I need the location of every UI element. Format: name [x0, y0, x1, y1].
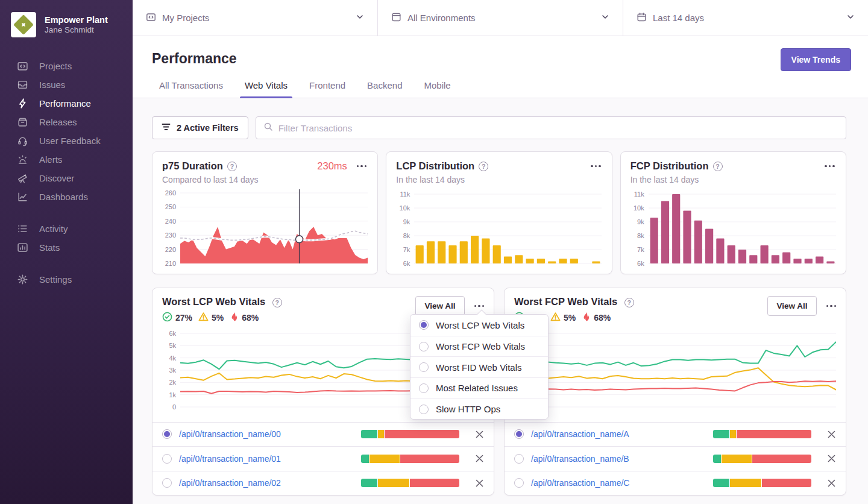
tab-all-transactions[interactable]: All Transactions [158, 80, 224, 98]
sidebar-item-alerts[interactable]: Alerts [0, 150, 133, 169]
poor-percent: 68% [594, 313, 611, 323]
vitals-segment-bar [361, 430, 459, 438]
transaction-row: /api/0/transaction_name/A [505, 422, 846, 447]
flame-icon [230, 312, 239, 324]
view-all-button[interactable]: View All [767, 296, 816, 316]
date-range-select[interactable]: Last 14 days [623, 0, 868, 36]
overflow-menu-icon[interactable] [590, 163, 602, 170]
transaction-radio[interactable] [162, 454, 172, 464]
stats-icon [17, 242, 28, 253]
environment-filter-select[interactable]: All Environments [378, 0, 623, 36]
close-icon[interactable] [827, 454, 836, 463]
close-icon[interactable] [827, 479, 836, 488]
dropdown-item-label: Worst LCP Web Vitals [436, 320, 524, 330]
sidebar-item-activity[interactable]: Activity [0, 219, 133, 238]
help-icon[interactable]: ? [624, 298, 634, 307]
card-subtitle: In the last 14 days [396, 175, 602, 184]
close-icon[interactable] [475, 454, 484, 463]
tab-frontend[interactable]: Frontend [308, 80, 347, 98]
fcp-distribution-card: FCP Distribution ? In the last 14 days 1… [620, 151, 846, 274]
transaction-radio[interactable] [162, 429, 172, 439]
tab-mobile[interactable]: Mobile [423, 80, 451, 98]
transaction-link[interactable]: /api/0/transaction_name/01 [179, 454, 281, 464]
vitals-segment-bar [361, 479, 459, 487]
vitals-segment-bar [713, 430, 811, 438]
transaction-list: /api/0/transaction_name/A /api/0/transac… [505, 422, 846, 496]
dropdown-item-most-related-issues[interactable]: Most Related Issues [410, 377, 548, 398]
settings-icon [17, 274, 28, 285]
help-icon[interactable]: ? [713, 162, 723, 171]
sidebar-item-performance[interactable]: Performance [0, 94, 133, 113]
active-filters-button[interactable]: 2 Active Filters [152, 116, 248, 139]
meh-percent: 5% [212, 313, 224, 323]
user-feedback-icon [17, 135, 28, 146]
projects-icon [17, 60, 28, 72]
transaction-row: /api/0/transaction_name/02 [153, 471, 494, 496]
tab-backend[interactable]: Backend [366, 80, 403, 98]
meh-percent: 5% [564, 313, 576, 323]
y-axis-labels: 260250240230220210 [162, 189, 180, 264]
y-axis-labels: 6k5k4k3k2k1k0 [162, 330, 180, 414]
p75-value: 230ms [317, 160, 347, 172]
org-avatar [11, 12, 36, 37]
transaction-link[interactable]: /api/0/transaction_name/B [531, 454, 629, 464]
vitals-segment-bar [361, 455, 459, 463]
transaction-row: /api/0/transaction_name/01 [153, 446, 494, 471]
project-filter-select[interactable]: My Projects [133, 0, 378, 36]
lcp-distribution-card: LCP Distribution ? In the last 14 days 1… [386, 151, 612, 274]
view-all-button[interactable]: View All [415, 296, 464, 316]
org-name: Empower Plant [45, 14, 108, 25]
page-title: Performance [152, 51, 846, 67]
warning-triangle-icon [550, 312, 561, 324]
close-icon[interactable] [475, 479, 484, 488]
sidebar-item-label: User Feedback [39, 136, 101, 146]
overflow-menu-icon[interactable] [823, 163, 836, 170]
overflow-menu-icon[interactable] [356, 163, 368, 170]
dropdown-item-worst-lcp[interactable]: Worst LCP Web Vitals [410, 315, 548, 336]
chevron-down-icon [846, 13, 855, 23]
dropdown-item-worst-fcp[interactable]: Worst FCP Web Vitals [410, 336, 548, 357]
sidebar-item-dashboards[interactable]: Dashboards [0, 187, 133, 206]
sidebar-item-label: Issues [39, 80, 65, 90]
transaction-radio[interactable] [514, 454, 524, 464]
overflow-menu-icon[interactable] [473, 303, 486, 310]
sidebar-item-settings[interactable]: Settings [0, 270, 133, 289]
alerts-icon [17, 154, 28, 165]
dropdown-radio [419, 362, 429, 372]
card-title: FCP Distribution [631, 160, 709, 172]
transaction-radio[interactable] [514, 478, 524, 488]
filter-row: 2 Active Filters [152, 116, 846, 139]
help-icon[interactable]: ? [227, 162, 237, 171]
close-icon[interactable] [475, 430, 484, 439]
sidebar-item-issues[interactable]: Issues [0, 75, 133, 94]
dropdown-item-worst-fid[interactable]: Worst FID Web Vitals [410, 356, 548, 377]
sidebar-item-projects[interactable]: Projects [0, 57, 133, 75]
sidebar-item-discover[interactable]: Discover [0, 169, 133, 187]
tab-web-vitals[interactable]: Web Vitals [244, 80, 289, 98]
sidebar-item-releases[interactable]: Releases [0, 113, 133, 131]
close-icon[interactable] [827, 430, 836, 439]
transaction-radio[interactable] [162, 478, 172, 488]
transaction-radio[interactable] [514, 429, 524, 439]
dropdown-item-slow-http-ops[interactable]: Slow HTTP Ops [410, 398, 548, 420]
search-icon [263, 122, 273, 134]
discover-icon [17, 172, 28, 184]
help-icon[interactable]: ? [479, 162, 488, 171]
card-subtitle: In the last 14 days [631, 175, 836, 184]
view-trends-button[interactable]: View Trends [781, 48, 851, 71]
org-switcher[interactable]: Empower Plant Jane Schmidt [0, 10, 133, 48]
performance-icon [17, 98, 28, 109]
worst-fcp-chart [532, 330, 836, 414]
search-input[interactable] [278, 123, 838, 133]
poor-percent: 68% [242, 313, 259, 323]
chevron-down-icon [601, 13, 609, 23]
transaction-link[interactable]: /api/0/transaction_name/C [531, 478, 629, 488]
help-icon[interactable]: ? [272, 298, 282, 307]
sidebar-item-stats[interactable]: Stats [0, 238, 133, 257]
sidebar-item-user-feedback[interactable]: User Feedback [0, 131, 133, 150]
overflow-menu-icon[interactable] [825, 303, 838, 310]
transaction-link[interactable]: /api/0/transaction_name/02 [179, 478, 281, 488]
sidebar-item-label: Releases [39, 117, 77, 127]
transaction-link[interactable]: /api/0/transaction_name/00 [179, 429, 281, 439]
transaction-link[interactable]: /api/0/transaction_name/A [531, 429, 629, 439]
